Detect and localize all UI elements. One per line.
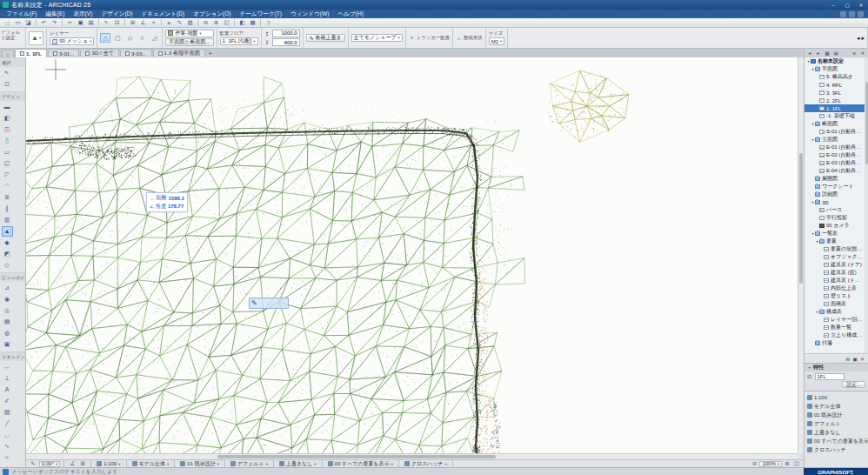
navigator-item[interactable]: 要素の状態確認: [805, 245, 868, 253]
id-field[interactable]: 1FL: [815, 373, 845, 380]
minimize-button[interactable]: ─: [826, 0, 840, 10]
menu-item[interactable]: ドキュメント(D): [137, 10, 190, 18]
morph-tool[interactable]: ◇: [2, 260, 13, 271]
elevation-tool[interactable]: ◉: [2, 294, 13, 304]
navigator-item[interactable]: 2. 2FL: [805, 97, 868, 104]
navigator-item[interactable]: ワークシート: [805, 183, 868, 191]
curtain-wall-tool[interactable]: ▥: [2, 215, 13, 225]
home-story-select[interactable]: 1. 1FL [勾配] ▾: [220, 37, 258, 45]
navigator-delete-icon[interactable]: ✕: [860, 356, 865, 362]
pen-icon[interactable]: ✎: [29, 460, 37, 467]
navigator-item[interactable]: ▾一覧表: [805, 230, 868, 238]
arrow-tool[interactable]: ↖: [2, 68, 13, 78]
undo-icon[interactable]: ↶: [39, 19, 49, 27]
polygon-geometry-icon[interactable]: △: [100, 33, 110, 43]
zone-tool[interactable]: ◩: [2, 249, 13, 259]
maximize-button[interactable]: ▢: [840, 0, 854, 10]
level-dimension-tool[interactable]: ⊥: [2, 373, 13, 384]
navigator-item[interactable]: E-03 (自動再構築): [805, 159, 868, 167]
orientation-icon[interactable]: ∠: [68, 460, 77, 467]
roof-tool[interactable]: ◸: [2, 170, 13, 180]
navigator-item[interactable]: ▾要素: [805, 238, 868, 245]
ridges-select[interactable]: 全てモノシェープ ▾: [351, 34, 403, 42]
plan-section-button[interactable]: 平面図と断面図...: [165, 38, 213, 46]
grid-snap-icon[interactable]: ⊞: [128, 19, 137, 27]
close-button[interactable]: ✕: [854, 0, 868, 10]
quick-option[interactable]: 00 すべての要素を表示: [805, 437, 868, 445]
navigator-item[interactable]: 壁リスト: [805, 292, 868, 300]
quick-option[interactable]: 01 既存設計: [805, 411, 868, 419]
text-tool[interactable]: A: [2, 385, 13, 395]
quick-option[interactable]: モデル全体: [805, 402, 868, 411]
slab-tool[interactable]: ◱: [2, 158, 13, 169]
menu-item[interactable]: 編集(E): [41, 10, 69, 18]
navigator-item[interactable]: ▾構成表: [805, 308, 868, 316]
menu-item[interactable]: オプション(O): [189, 10, 235, 18]
navigator-item[interactable]: ▾平面図: [805, 65, 868, 73]
wall-tool[interactable]: ▬: [2, 102, 13, 112]
paste-icon[interactable]: ▤: [86, 19, 96, 27]
navigator-item[interactable]: 建具表 (ドア): [805, 261, 868, 269]
navigator-item[interactable]: オブジェクトリスト: [805, 253, 868, 261]
navigator-item[interactable]: 内部仕上表: [805, 284, 868, 292]
navigator-item[interactable]: 1. 1FL: [805, 104, 868, 112]
menu-item[interactable]: ウィンドウ(W): [286, 10, 333, 18]
navigator-map-icon[interactable]: ▣: [852, 356, 858, 362]
quick-option[interactable]: クロスハッチ: [805, 445, 868, 454]
navigator-item[interactable]: 付箋: [805, 339, 868, 347]
navigator-item[interactable]: 3. 3FL: [805, 89, 868, 97]
horizontal-scrollbar[interactable]: [26, 453, 798, 459]
fit-in-window-icon[interactable]: ◱: [222, 19, 231, 27]
marquee-tool-icon[interactable]: ⊡: [112, 19, 122, 27]
rotated-rectangle-geometry-icon[interactable]: ◇: [124, 33, 135, 43]
redo-icon[interactable]: ↷: [50, 19, 59, 27]
size-select[interactable]: M2 ▾: [489, 37, 505, 45]
tab-3d-[interactable]: 3D / 全て: [80, 49, 119, 57]
navigator-close-icon[interactable]: ✕: [859, 50, 866, 57]
regular-geometry-icon[interactable]: ○: [137, 33, 147, 43]
copy-icon[interactable]: ▣: [76, 19, 85, 27]
zoom-in-icon[interactable]: ⊕: [783, 460, 791, 467]
polyline-tool[interactable]: ∿: [2, 441, 13, 452]
zoom-level-select[interactable]: 100% ▾: [759, 461, 782, 467]
section-tool[interactable]: ⊿: [2, 283, 13, 293]
navigator-item[interactable]: E-01 (自動再構築): [805, 144, 868, 151]
zoom-out-icon[interactable]: ⊖: [201, 19, 210, 27]
navigator-item[interactable]: ▾名称未設定: [805, 57, 868, 65]
tab-3-01-[interactable]: 3-01...: [48, 49, 80, 57]
mesh-tool[interactable]: ▲: [2, 226, 13, 237]
new-file-icon[interactable]: □: [3, 19, 12, 27]
slope-geometry-icon[interactable]: ◿: [149, 33, 159, 43]
navigator-view-map-icon[interactable]: ▤: [832, 50, 839, 57]
line-tool[interactable]: ╱: [2, 418, 13, 429]
beam-tool[interactable]: ▭: [2, 147, 13, 157]
help-icon[interactable]: [858, 11, 864, 17]
menu-item[interactable]: ヘルプ(H): [333, 10, 367, 18]
navigator-item[interactable]: S-01 (自動再構築): [805, 128, 868, 136]
height-top-field[interactable]: [272, 30, 300, 37]
navigator-item[interactable]: 詳細図: [805, 191, 868, 198]
navigator-item[interactable]: 面積表: [805, 300, 868, 308]
rotation-angle-select[interactable]: 0.00° ▾: [39, 461, 60, 467]
mesh-default-settings-button[interactable]: ▲ ▾: [29, 31, 43, 45]
shell-tool[interactable]: ◠: [2, 181, 13, 191]
zoom-in-icon[interactable]: ⊕: [211, 19, 221, 27]
tab-3-03-[interactable]: 3-03...: [120, 49, 152, 57]
navigator-item[interactable]: パース: [805, 206, 868, 214]
teamwork-icon[interactable]: [3, 469, 9, 475]
new-tab-button[interactable]: +: [206, 50, 215, 57]
menu-item[interactable]: デザイン(D): [97, 10, 137, 18]
window-tool[interactable]: ◫: [2, 124, 13, 135]
3d-view-icon[interactable]: ◧: [237, 19, 247, 27]
window-layout-icon[interactable]: [840, 11, 846, 17]
detail-tool[interactable]: ◍: [2, 328, 13, 338]
override-button[interactable]: ✎ 各種上書き: [306, 34, 345, 42]
navigator-item[interactable]: 建具表 (ドア・窓)_横: [805, 277, 868, 284]
navigator-item[interactable]: 展開図: [805, 175, 868, 183]
marquee-tool[interactable]: ⊡: [2, 79, 13, 90]
navigator-menu-icon[interactable]: ≡: [851, 50, 858, 57]
stair-tool[interactable]: ≣: [2, 192, 13, 203]
menu-item[interactable]: チームワーク(T): [235, 10, 286, 18]
rectangle-geometry-icon[interactable]: ▢: [112, 33, 123, 43]
fit-in-window-icon[interactable]: ◱: [792, 460, 801, 467]
